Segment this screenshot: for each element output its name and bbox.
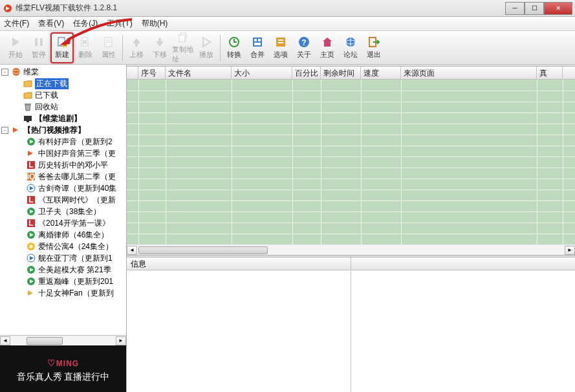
column-header[interactable]: 大小 xyxy=(232,67,292,79)
tree-item[interactable]: 回收站 xyxy=(0,101,126,113)
svg-rect-1 xyxy=(35,38,38,46)
tree-item[interactable]: 【维棠追剧】 xyxy=(0,113,126,124)
toolbar-new-button[interactable]: ★新建 xyxy=(50,32,74,63)
svg-rect-14 xyxy=(254,39,257,41)
info-header: 信息 xyxy=(127,257,351,270)
nav-tree[interactable]: -维棠正在下载已下载回收站【维棠追剧】-【热门视频推荐】有料好声音（更新到2中国… xyxy=(0,65,126,335)
tree-item[interactable]: 爱情公寓4（24集全） xyxy=(0,241,126,252)
column-header[interactable]: 剩余时间 xyxy=(321,67,361,79)
tree-item[interactable]: -维棠 xyxy=(0,66,126,78)
banner-logo: ♡MING xyxy=(47,354,79,369)
exit-icon xyxy=(367,36,380,49)
tree-label: 中国好声音第三季（更 xyxy=(38,148,116,159)
tree-item[interactable]: L历史转折中的邓小平 xyxy=(0,159,126,171)
info-header-right xyxy=(351,257,575,270)
column-header[interactable]: 百分比 xyxy=(292,67,321,79)
tree-item[interactable]: 十足女神Fan（更新到 xyxy=(0,287,126,299)
svg-text:L: L xyxy=(28,195,33,204)
column-header[interactable]: 真 xyxy=(537,67,563,79)
sidebar-hscrollbar[interactable]: ◄ ► xyxy=(0,335,126,345)
tree-item[interactable]: 古剑奇谭（更新到40集 xyxy=(0,182,126,194)
toolbar-options-button[interactable]: 选项 xyxy=(269,32,292,63)
tree-item[interactable]: 重返巅峰（更新到201 xyxy=(0,276,126,287)
tree-label: 有料好声音（更新到2 xyxy=(38,136,113,147)
main-area: -维棠正在下载已下载回收站【维棠追剧】-【热门视频推荐】有料好声音（更新到2中国… xyxy=(0,65,575,392)
tree-label: 十足女神Fan（更新到 xyxy=(38,288,114,299)
file-x-icon xyxy=(79,36,92,49)
table-header[interactable]: 序号文件名大小百分比剩余时间速度来源页面真 xyxy=(127,67,575,80)
scroll-thumb[interactable] xyxy=(27,337,63,345)
toolbar-label: 复制地址 xyxy=(172,45,194,64)
menu-查看(V)[interactable]: 查看(V) xyxy=(38,18,64,29)
toolbar-merge-button[interactable]: 合并 xyxy=(246,32,269,63)
close-button[interactable]: ✕ xyxy=(544,2,572,15)
menu-工具(T)[interactable]: 工具(T) xyxy=(107,18,132,29)
tree-item[interactable]: 正在下载 xyxy=(0,78,126,89)
pause-icon xyxy=(32,36,45,49)
folder-icon xyxy=(23,79,33,88)
tree-label: 回收站 xyxy=(35,102,58,113)
tree-label: 已下载 xyxy=(35,90,58,101)
tree-label: 爸爸去哪儿第二季（更 xyxy=(38,171,116,182)
play-icon xyxy=(26,207,36,216)
arrow-down-icon xyxy=(153,36,166,49)
app-icon xyxy=(3,3,13,14)
tree-item[interactable]: 全美超模大赛 第21季 xyxy=(0,264,126,276)
column-header[interactable]: 来源页面 xyxy=(401,67,537,79)
menu-帮助(H)[interactable]: 帮助(H) xyxy=(142,18,168,29)
toolbar-forum-button[interactable]: 论坛 xyxy=(339,32,362,63)
ad-banner[interactable]: ♡MING 音乐真人秀 直播进行中 xyxy=(0,345,126,392)
minimize-button[interactable]: ─ xyxy=(505,2,525,15)
column-header[interactable]: 序号 xyxy=(138,67,166,79)
toolbar-moveup-button: 上移 xyxy=(125,32,148,63)
toolbar-exit-button[interactable]: 退出 xyxy=(362,32,385,63)
le-icon: L xyxy=(26,195,36,204)
toolbar-home-button[interactable]: 主页 xyxy=(316,32,339,63)
tree-item[interactable]: 卫子夫（38集全） xyxy=(0,206,126,217)
table-body[interactable] xyxy=(127,80,575,245)
le-icon: L xyxy=(26,219,36,228)
tree-item[interactable]: iQ爸爸去哪儿第二季（更 xyxy=(0,171,126,182)
arrow-r-icon xyxy=(11,125,21,135)
expand-toggle-icon[interactable]: - xyxy=(1,127,8,134)
tree-item[interactable]: 有料好声音（更新到2 xyxy=(0,136,126,147)
arrow-y-icon xyxy=(26,289,36,298)
column-header[interactable] xyxy=(127,67,138,79)
column-header[interactable]: 文件名 xyxy=(166,67,232,79)
table-hscrollbar[interactable]: ◄ ► xyxy=(127,245,575,255)
tree-item[interactable]: 已下载 xyxy=(0,89,126,101)
banner-tagline: 音乐真人秀 直播进行中 xyxy=(17,371,110,383)
scroll-left-icon[interactable]: ◄ xyxy=(127,246,137,255)
scroll-left-icon[interactable]: ◄ xyxy=(0,336,10,345)
expand-toggle-icon[interactable]: - xyxy=(1,69,8,76)
tree-label: 正在下载 xyxy=(35,78,69,89)
toolbar-about-button[interactable]: ?关于 xyxy=(292,32,316,63)
toolbar-copy-button: 复制地址 xyxy=(171,32,195,63)
menubar: 文件(F)查看(V)任务(J)工具(T)帮助(H) xyxy=(0,17,575,31)
folder-icon xyxy=(23,91,33,100)
menu-任务(J)[interactable]: 任务(J) xyxy=(73,18,98,29)
tv-icon xyxy=(23,114,33,123)
home-icon xyxy=(321,36,334,49)
convert-icon xyxy=(228,36,241,49)
scroll-right-icon[interactable]: ► xyxy=(565,246,575,255)
tree-item[interactable]: L《互联网时代》（更新 xyxy=(0,194,126,206)
tree-item[interactable]: 离婚律师（46集全） xyxy=(0,229,126,241)
svg-rect-2 xyxy=(40,38,43,46)
tree-item[interactable]: -【热门视频推荐】 xyxy=(0,124,126,136)
scroll-thumb[interactable] xyxy=(138,246,268,254)
toolbar-convert-button[interactable]: 转换 xyxy=(222,32,246,63)
tree-item[interactable]: L《2014开学第一课》 xyxy=(0,217,126,229)
tree-item[interactable]: 中国好声音第三季（更 xyxy=(0,147,126,159)
maximize-button[interactable]: ☐ xyxy=(525,2,544,15)
menu-文件(F)[interactable]: 文件(F) xyxy=(4,18,29,29)
svg-rect-19 xyxy=(278,42,283,43)
toolbar-label: 论坛 xyxy=(343,50,358,60)
scroll-right-icon[interactable]: ► xyxy=(116,336,126,345)
column-header[interactable]: 速度 xyxy=(361,67,401,79)
svg-point-26 xyxy=(12,68,20,76)
pages-icon xyxy=(177,32,190,43)
options-icon xyxy=(274,36,287,49)
tree-item[interactable]: 舰在亚丁湾（更新到1 xyxy=(0,252,126,264)
toolbar-label: 新建 xyxy=(55,50,69,60)
